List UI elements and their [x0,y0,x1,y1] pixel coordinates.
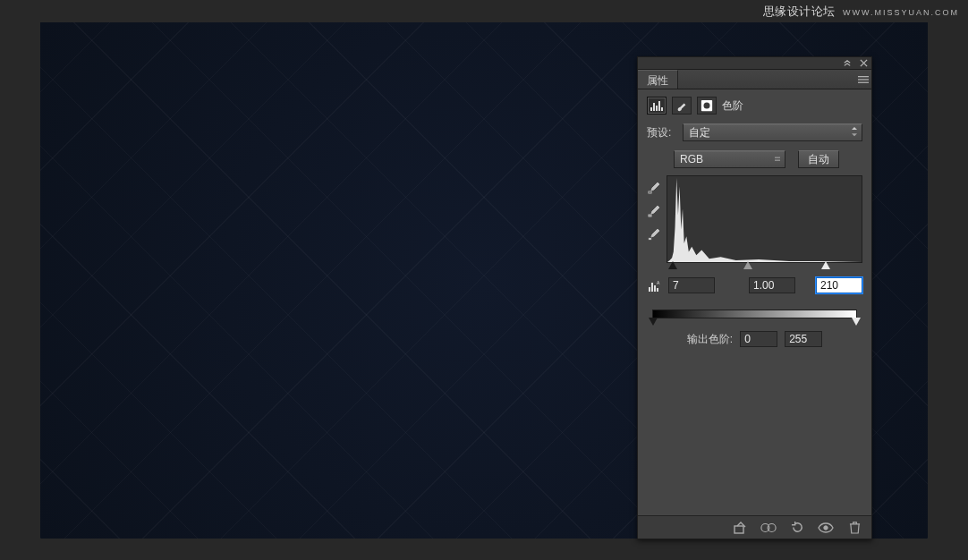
output-highlight-slider[interactable] [852,318,861,326]
app-stage: 思缘设计论坛 WWW.MISSYUAN.COM 属性 [0,0,968,560]
watermark-text: 思缘设计论坛 [763,4,836,18]
svg-rect-6 [649,215,651,216]
shadow-input[interactable]: 7 [668,277,715,293]
input-levels-row: A 7 1.00 210 [647,277,862,293]
watermark: 思缘设计论坛 WWW.MISSYUAN.COM [763,4,959,20]
svg-text:A: A [657,281,660,285]
reset-icon[interactable] [789,520,805,536]
svg-rect-0 [858,76,869,77]
panel-body: 色阶 预设: 自定 RGB 自动 [638,89,871,352]
svg-point-4 [704,103,710,109]
svg-rect-5 [649,191,651,193]
highlight-input[interactable]: 210 [816,277,862,293]
preset-label: 预设: [647,125,677,140]
svg-point-12 [824,525,828,529]
panel-collapse-icon[interactable] [843,59,852,68]
eyedropper-white-icon[interactable] [647,227,661,242]
panel-topbar [638,57,871,70]
adjustment-label: 色阶 [722,98,743,114]
highlight-slider[interactable] [821,261,830,269]
panel-tabs: 属性 [638,70,871,89]
auto-button[interactable]: 自动 [798,150,839,168]
visibility-icon[interactable] [818,520,834,536]
clip-to-layer-icon[interactable] [732,520,748,536]
svg-rect-2 [858,81,869,82]
levels-icon[interactable] [647,97,667,115]
mask-icon[interactable] [697,97,717,115]
output-black-input[interactable]: 0 [740,331,777,347]
channel-row: RGB 自动 [647,150,862,168]
eyedropper-gray-icon[interactable] [647,204,661,218]
preset-value: 自定 [689,125,710,140]
eyedropper-black-icon[interactable] [647,181,661,195]
brush-icon[interactable] [672,97,692,115]
tab-properties[interactable]: 属性 [638,70,678,89]
properties-panel: 属性 色阶 预设: 自定 [637,56,872,539]
input-slider-track [667,261,861,274]
output-shadow-slider[interactable] [649,318,658,326]
output-gradient[interactable] [652,310,857,318]
trash-icon[interactable] [846,520,862,536]
adjustment-type-row: 色阶 [647,97,862,115]
svg-rect-7 [649,238,651,240]
svg-rect-9 [734,526,743,533]
panel-close-icon[interactable] [859,59,868,68]
panel-menu-icon[interactable] [855,70,871,89]
view-previous-icon[interactable] [760,520,777,536]
preset-row: 预设: 自定 [647,123,862,141]
eyedropper-group [647,175,661,263]
histogram-area [647,175,862,263]
svg-rect-1 [858,79,869,80]
shadow-slider[interactable] [668,261,677,269]
output-levels-row: 输出色阶: 0 255 [647,331,862,347]
levels-mini-icon: A [647,279,661,292]
gamma-input[interactable]: 1.00 [749,277,795,293]
preset-dropdown[interactable]: 自定 [683,123,862,141]
panel-footer [638,515,871,539]
channel-value: RGB [680,153,703,165]
watermark-url: WWW.MISSYUAN.COM [843,8,959,17]
midtone-slider[interactable] [743,261,752,269]
output-white-input[interactable]: 255 [785,331,822,347]
channel-dropdown[interactable]: RGB [674,150,785,168]
histogram-chart[interactable] [667,175,862,263]
output-label: 输出色阶: [687,332,733,347]
